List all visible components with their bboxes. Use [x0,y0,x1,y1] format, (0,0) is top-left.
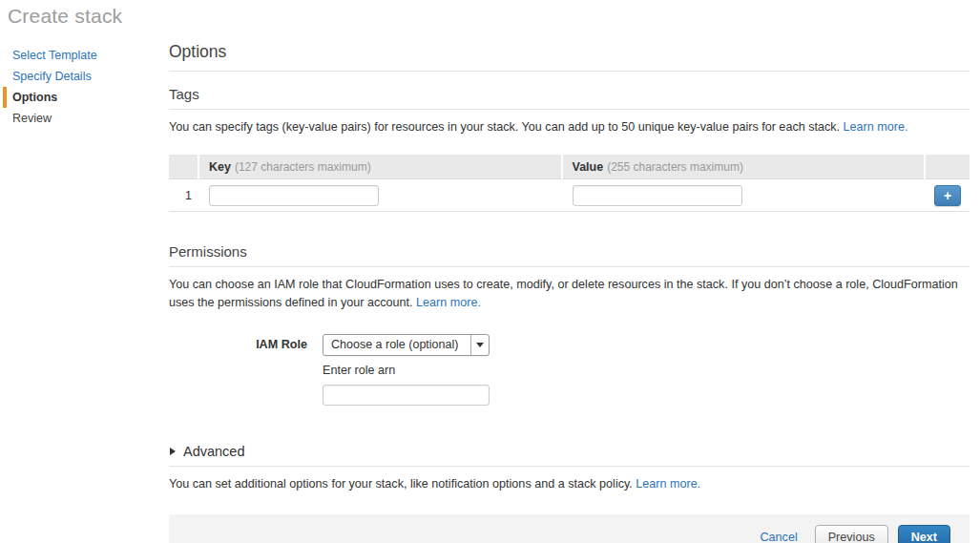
create-stack-page: Create stack Select Template Specify Det… [0,0,980,543]
key-cell [199,179,561,211]
advanced-description: You can set additional options for your … [169,475,970,492]
tags-table: Key (127 characters maximum) Value (255 … [169,155,970,212]
advanced-section: Advanced You can set additional options … [169,444,970,492]
tags-table-header-row: Key (127 characters maximum) Value (255 … [169,155,970,179]
permissions-section: Permissions You can choose an IAM role t… [169,243,970,406]
tag-key-input[interactable] [209,185,379,206]
sidebar-item-specify-details[interactable]: Specify Details [0,66,169,87]
sidebar-item-options: Options [3,87,169,108]
role-arn-label: Enter role arn [323,364,490,377]
key-column-hint: (127 characters maximum) [235,160,371,174]
sidebar-item-review: Review [0,108,169,129]
value-column-label: Value [573,160,604,174]
advanced-learn-more-link[interactable]: Learn more. [636,477,700,491]
value-cell [563,179,925,211]
iam-role-select[interactable]: Choose a role (optional) [323,334,490,356]
tags-description-text: You can specify tags (key-value pairs) f… [169,120,840,134]
permissions-description: You can choose an IAM role that CloudFor… [169,276,970,311]
tags-description: You can specify tags (key-value pairs) f… [169,118,970,136]
permissions-description-text: You can choose an IAM role that CloudFor… [169,278,958,308]
value-column-header: Value (255 characters maximum) [563,155,925,179]
cancel-link[interactable]: Cancel [761,531,798,543]
role-arn-input[interactable] [323,385,490,406]
sidebar-item-select-template[interactable]: Select Template [0,45,169,66]
expand-triangle-icon [170,448,176,455]
iam-role-select-value: Choose a role (optional) [323,338,470,351]
add-tag-button[interactable]: + [934,185,961,206]
action-column-header [926,155,970,179]
iam-role-controls: Choose a role (optional) Enter role arn [323,334,490,406]
page-title: Create stack [0,4,169,28]
wizard-steps-nav: Select Template Specify Details Options … [0,45,169,129]
iam-role-form: IAM Role Choose a role (optional) Enter … [169,334,970,406]
advanced-heading: Advanced [183,444,245,459]
tags-heading: Tags [169,86,970,110]
iam-role-label: IAM Role [169,334,307,406]
advanced-description-text: You can set additional options for your … [169,477,633,491]
dropdown-arrow-icon [470,335,489,355]
key-column-header: Key (127 characters maximum) [199,155,561,179]
key-column-label: Key [209,160,231,174]
next-button[interactable]: Next [898,525,950,543]
value-column-hint: (255 characters maximum) [607,160,743,174]
table-row: 1 + [169,179,970,211]
plus-icon: + [944,188,951,203]
role-arn-input-wrap [323,385,490,406]
previous-button[interactable]: Previous [815,525,888,543]
main-content: Options Tags You can specify tags (key-v… [169,0,980,543]
row-number-header-cell [169,155,198,179]
tags-section: Tags You can specify tags (key-value pai… [169,86,970,212]
step-heading: Options [169,42,970,72]
permissions-heading: Permissions [169,243,970,267]
tags-learn-more-link[interactable]: Learn more. [844,120,908,134]
advanced-expander[interactable]: Advanced [169,444,970,467]
permissions-learn-more-link[interactable]: Learn more. [416,296,481,309]
wizard-footer: Cancel Previous Next [169,514,970,543]
wizard-sidebar: Create stack Select Template Specify Det… [0,0,169,543]
row-number-cell: 1 [169,179,198,211]
tag-value-input[interactable] [573,185,742,206]
action-cell: + [926,179,970,211]
